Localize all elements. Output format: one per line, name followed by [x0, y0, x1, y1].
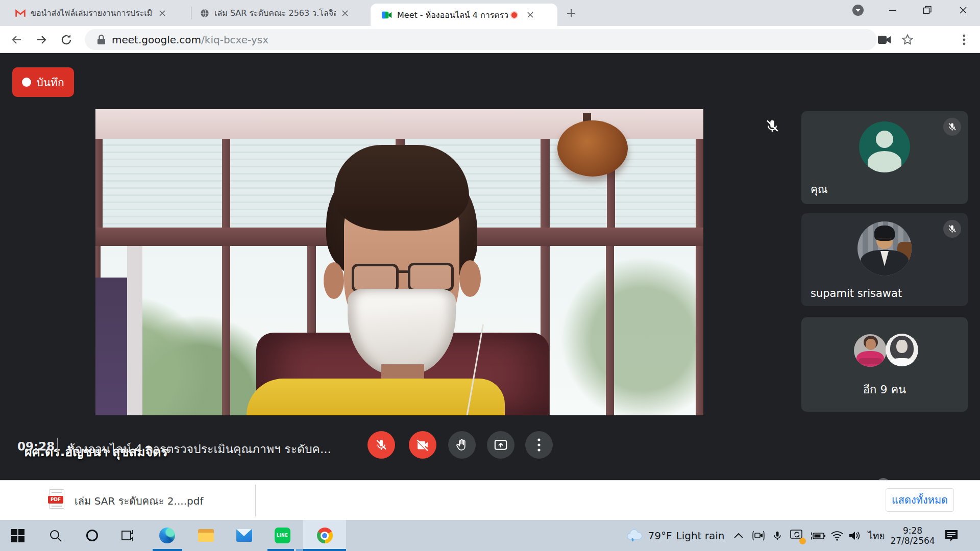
globe-icon [200, 9, 209, 18]
clock-date: 27/8/2564 [890, 536, 935, 546]
forward-button[interactable] [33, 31, 50, 48]
windows-taskbar: LINE 79°F Light rain ไทย 9:28 27/8/2564 … [0, 520, 980, 551]
mic-off-icon [943, 118, 961, 136]
tray-mic-icon[interactable] [769, 520, 786, 551]
tab-meet-active[interactable]: Meet - ห้องออนไลน์ 4 การตรวจป [371, 4, 557, 26]
meet-icon [382, 11, 392, 19]
weather-temperature[interactable]: 79°F [645, 520, 675, 551]
window-close-button[interactable] [951, 0, 975, 20]
tray-camera-icon[interactable] [749, 520, 768, 551]
mic-toggle-button[interactable] [368, 431, 395, 459]
tab-title: Meet - ห้องออนไลน์ 4 การตรวจป [397, 9, 508, 21]
mic-off-icon [943, 220, 961, 238]
start-button[interactable] [7, 520, 29, 551]
tab-separator [191, 7, 191, 19]
recording-indicator[interactable]: บันทึก [12, 67, 74, 97]
tab-title: เล่ม SAR ระดับคณะ 2563 ว.โลจิสติกส์ [214, 7, 336, 19]
tab-gmail[interactable]: ขอนำส่งไฟล์เล่มรายงานการประเมินตน [15, 0, 184, 26]
tab-close-icon[interactable] [339, 7, 351, 19]
person-yellow-shirt [247, 379, 505, 415]
avatar [854, 334, 887, 367]
record-dot-icon [22, 78, 31, 87]
participant-tile-supamit[interactable]: supamit srisawat [801, 213, 968, 306]
pdf-badge: PDF [48, 496, 63, 504]
meeting-clock: 09:28 [17, 440, 55, 453]
camera-toggle-button[interactable] [409, 431, 436, 459]
participant-count-label: อีก 9 คน [801, 381, 968, 398]
person-glasses-bridge [398, 270, 409, 273]
back-button[interactable] [8, 31, 26, 48]
tray-display-sync-icon[interactable] [787, 520, 806, 551]
task-view-icon[interactable] [117, 520, 139, 551]
participant-name: คุณ [811, 181, 828, 197]
cortana-icon[interactable] [81, 520, 103, 551]
person-glasses [408, 263, 454, 291]
media-controls-button[interactable] [846, 0, 870, 20]
downloaded-file-name[interactable]: เล่ม SAR ระดับคณะ 2....pdf [75, 493, 203, 509]
url-path: /kiq-bcxe-ysx [201, 34, 268, 46]
record-label: บันทึก [36, 74, 64, 91]
browser-menu-icon[interactable] [955, 31, 973, 48]
video-wall-strip [127, 246, 142, 415]
video-purple-panel [95, 278, 127, 415]
tray-expand-chevron-icon[interactable] [730, 520, 747, 551]
present-screen-button[interactable] [487, 431, 514, 459]
new-tab-button[interactable] [565, 7, 578, 22]
language-indicator[interactable]: ไทย [865, 520, 888, 551]
person-ear [324, 262, 344, 299]
tray-wifi-icon[interactable] [828, 520, 846, 551]
stage-mic-off-icon [765, 118, 780, 136]
bottom-bar-separator [57, 438, 58, 454]
browser-toolbar: meet.google.com/kiq-bcxe-ysx [0, 26, 980, 53]
gmail-icon [15, 9, 26, 17]
participant-tile-you[interactable]: คุณ [801, 111, 968, 204]
tab-sar[interactable]: เล่ม SAR ระดับคณะ 2563 ว.โลจิสติกส์ [200, 0, 369, 26]
line-app-icon[interactable]: LINE [266, 520, 298, 551]
edge-icon[interactable] [151, 520, 183, 551]
tab-recording-icon [510, 11, 518, 19]
bookmark-star-icon[interactable] [899, 31, 916, 48]
avatar [886, 334, 918, 366]
person-ear [459, 260, 481, 297]
tab-close-icon[interactable] [156, 7, 168, 19]
main-video-feed[interactable] [95, 109, 703, 415]
pdf-file-icon: PDF [49, 489, 64, 509]
sync-alert-dot [799, 538, 806, 544]
window-restore-button[interactable] [916, 0, 939, 20]
show-all-downloads-button[interactable]: แสดงทั้งหมด [886, 488, 954, 512]
weather-icon[interactable] [624, 520, 645, 551]
search-icon[interactable] [44, 520, 67, 551]
meeting-title: ห้องออนไลน์ 4 การตรวจประเมินคุณภาพฯ ระดั… [67, 440, 333, 458]
clock-time: 9:28 [903, 525, 922, 536]
tray-volume-icon[interactable] [845, 520, 865, 551]
avatar [859, 121, 910, 172]
weather-condition[interactable]: Light rain [677, 520, 724, 551]
tab-close-icon[interactable] [524, 9, 536, 21]
ceiling-speaker [557, 120, 628, 177]
browser-tab-bar: ขอนำส่งไฟล์เล่มรายงานการประเมินตน เล่ม S… [0, 0, 980, 26]
download-separator [255, 485, 256, 516]
raise-hand-button[interactable] [448, 431, 476, 459]
camera-in-use-icon[interactable] [876, 31, 893, 48]
person-hair-fringe [334, 145, 469, 231]
participant-tile-more[interactable]: อีก 9 คน [801, 317, 968, 412]
tray-battery-icon[interactable] [808, 520, 828, 551]
more-options-button[interactable] [525, 431, 553, 459]
mail-icon[interactable] [228, 520, 260, 551]
taskbar-clock[interactable]: 9:28 27/8/2564 [889, 520, 936, 551]
address-bar[interactable]: meet.google.com/kiq-bcxe-ysx [85, 29, 877, 50]
url-host: meet.google.com [112, 34, 201, 46]
chrome-app-icon[interactable] [303, 520, 346, 551]
avatar [857, 221, 912, 276]
participant-name: supamit srisawat [811, 287, 902, 299]
window-minimize-button[interactable] [881, 0, 904, 20]
download-shelf: PDF เล่ม SAR ระดับคณะ 2....pdf แสดงทั้งห… [0, 480, 980, 520]
meet-page: บันทึก ผศ.ดร.อั [0, 53, 980, 480]
person-glasses [352, 264, 399, 292]
lock-icon [97, 34, 106, 45]
file-explorer-icon[interactable] [190, 520, 222, 551]
reload-button[interactable] [58, 31, 75, 48]
tab-title: ขอนำส่งไฟล์เล่มรายงานการประเมินตน [31, 7, 153, 19]
action-center-icon[interactable] [941, 520, 962, 551]
